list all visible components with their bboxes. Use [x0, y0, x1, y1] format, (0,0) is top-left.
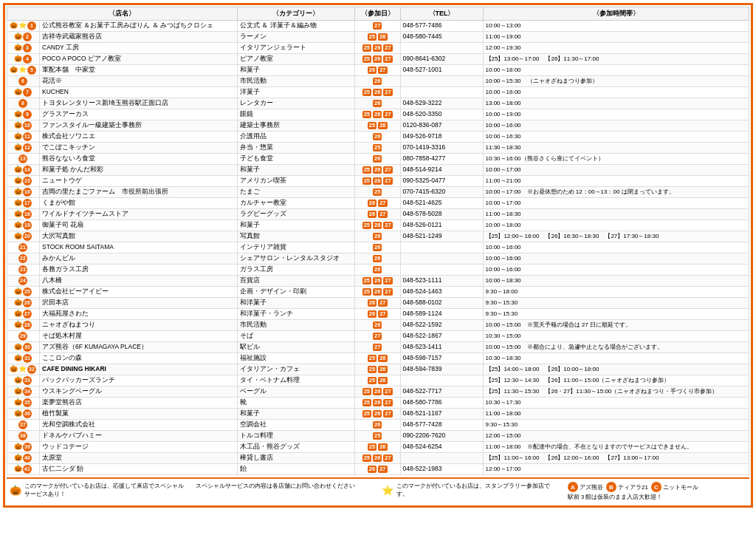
day-badge: 27 [383, 454, 392, 462]
store-tel [400, 76, 483, 87]
store-hours: 13:00～18:00 [483, 98, 749, 109]
store-category: そば [237, 331, 354, 342]
store-category: 棒貸し書店 [237, 453, 354, 464]
pumpkin-icon: 🎃 [14, 55, 22, 62]
participation-days: 2627 [354, 209, 400, 220]
store-tel [400, 453, 483, 464]
table-row: 🎃⭐32CAFE DINING HIKARIイタリアン・カフェ2526048-5… [7, 364, 749, 375]
pumpkin-icon: 🎃 [14, 143, 22, 151]
pumpkin-icon: 🎃 [14, 465, 22, 472]
day-badge: 25 [373, 144, 382, 151]
day-badge: 26 [368, 466, 377, 473]
store-category: 福祉施設 [237, 353, 354, 364]
row-number: 41 [23, 465, 32, 474]
participation-days: 2627 [354, 309, 400, 320]
row-icons: 🎃26 [7, 298, 40, 309]
store-name: 御菓子司 花扇 [40, 220, 238, 231]
store-category: 木工品・熊谷グッズ [237, 442, 354, 453]
store-category: イタリアン・カフェ [237, 364, 354, 375]
store-name: ニュートウゲ [40, 176, 238, 187]
footer-venues: Aアズ熊谷Bティアラ21Cニットモール 駅前 3 館は仮装のまま入店大歓迎！ [568, 482, 746, 501]
store-hours: 10:00～16:00 [483, 242, 749, 253]
footer-pumpkin-text: このマークが付いているお店は、応援して来店でスペシャルサービスあり！ [24, 482, 188, 498]
participation-days: 252627 [354, 43, 400, 54]
participation-days: 26 [354, 76, 400, 87]
row-number: 18 [23, 210, 32, 219]
footer-stamp-text: このマークが付いているお店は、スタンプラリー参加店です。 [396, 482, 560, 498]
venue-name: ティアラ21 [618, 483, 648, 491]
store-category: 和菓子 [237, 409, 354, 420]
table-row: 🎃10ファンスタイル一級建築士事務所建築士事務所25260120-836-087… [7, 120, 749, 132]
store-category: インテリア雑貨 [237, 242, 354, 253]
table-row: 37光和空調株式会社空調会社26048-577-74289:30～15:30 [7, 420, 749, 431]
store-tel: 048-520-3350 [400, 109, 483, 120]
row-icons: 🎃27 [7, 309, 40, 320]
row-icons: 🎃⭐32 [7, 364, 40, 375]
day-badge: 25 [368, 355, 377, 362]
pumpkin-icon: 🎃 [14, 232, 22, 239]
row-icons: 🎃17 [7, 198, 40, 209]
store-hours: 10:00～17:00 [483, 198, 749, 209]
row-icons: 29 [7, 331, 40, 342]
pumpkin-icon: 🎃 [14, 88, 22, 95]
day-badge: 27 [383, 399, 392, 406]
store-hours: 10:30～15:00 [483, 331, 749, 342]
pumpkin-icon: 🎃 [14, 343, 22, 350]
table-row: 29そば処木村屋そば27048-522-186710:30～15:00 [7, 331, 749, 342]
store-name: KUCHEN [40, 87, 238, 98]
store-name: トヨタレンタリース新埼玉熊谷駅正面口店 [40, 98, 238, 109]
table-row: 🎃40太原堂棒貸し書店252627【25】11:00～16:00 【26】12:… [7, 453, 749, 464]
row-number: 21 [18, 243, 27, 252]
table-row: 🎃33バックパッカーズランチタイ・ベトナム料理2526【25】12:30～14:… [7, 375, 749, 386]
participation-days: 26 [354, 420, 400, 431]
pumpkin-icon: 🎃 [14, 409, 22, 417]
star-icon: ⭐ [18, 365, 27, 372]
day-badge: 26 [373, 100, 382, 107]
store-hours: 10:00～16:00 [483, 265, 749, 276]
venue-item: Cニットモール [651, 482, 698, 492]
store-hours: 10:30～18:30 [483, 353, 749, 364]
store-category: アメリカン喫茶 [237, 176, 354, 187]
table-row: 6花活※市民活動2610:00～15:30 （ニャオざねまつり参加） [7, 76, 749, 87]
day-badge: 26 [368, 200, 377, 207]
store-tel [400, 253, 483, 265]
store-hours: 【25】11:30～15:30 【26・27】11:30～15:00（ニャオざね… [483, 386, 749, 398]
day-badge: 27 [383, 277, 392, 284]
store-hours: 10:00～16:00 [483, 253, 749, 265]
participation-days: 2627 [354, 464, 400, 475]
pumpkin-icon: 🎃 [14, 199, 22, 206]
header-category: 〈カテゴリー〉 [237, 7, 354, 21]
store-name: 株式会社ビーアイビー [40, 287, 238, 298]
row-icons: 38 [7, 431, 40, 442]
table-row: 🎃36植竹製菓和菓子252627048-521-116711:00～18:00 [7, 409, 749, 420]
day-badge: 27 [373, 333, 382, 340]
day-badge: 25 [368, 122, 377, 129]
row-icons: 8 [7, 98, 40, 109]
store-tel: 070-7415-6320 [400, 187, 483, 198]
pumpkin-icon: 🎃 [14, 121, 22, 129]
row-icons: 🎃41 [7, 464, 40, 475]
participation-days: 2627 [354, 298, 400, 309]
store-tel [400, 375, 483, 386]
table-row: 21STOCK ROOM SAITAMAインテリア雑貨2610:00～16:00 [7, 242, 749, 253]
row-number: 24 [18, 276, 27, 285]
store-tel: 048-527-1001 [400, 65, 483, 76]
participation-days: 2526 [354, 364, 400, 375]
day-badge: 27 [383, 89, 392, 96]
participation-days: 2526 [354, 120, 400, 132]
row-icons: 🎃7 [7, 87, 40, 98]
store-category: 市民活動 [237, 320, 354, 331]
store-tel: 048-580-7445 [400, 32, 483, 43]
store-hours: 10:00～18:30 [483, 276, 749, 287]
venue-name: ニットモール [663, 483, 698, 491]
day-badge: 25 [362, 166, 371, 174]
store-hours: 11:00～18:00 ※配達中の場合、不在となりますのでサービスはできません。 [483, 442, 749, 453]
store-category: たまご [237, 187, 354, 198]
store-tel: 048-522-1867 [400, 331, 483, 342]
day-badge: 27 [378, 200, 387, 207]
store-name: バックパッカーズランチ [40, 375, 238, 386]
store-hours: 9:30～15:30 [483, 420, 749, 431]
day-badge: 26 [378, 443, 387, 451]
store-tel: 048-522-1983 [400, 464, 483, 475]
store-hours: 10:00～16:30 [483, 132, 749, 143]
